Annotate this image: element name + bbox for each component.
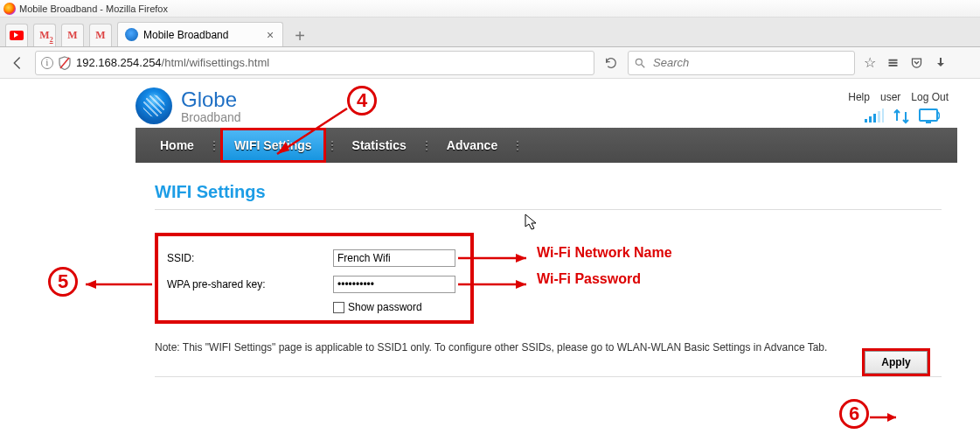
annotation-5-circle: 5 xyxy=(48,267,78,297)
svg-marker-16 xyxy=(86,280,96,289)
pinned-tab-gmail-2[interactable]: M xyxy=(61,24,84,46)
gmail-icon: M xyxy=(67,29,77,42)
nav-home[interactable]: Home xyxy=(146,128,208,163)
show-password-checkbox[interactable] xyxy=(333,302,344,313)
nav-advance-label: Advance xyxy=(447,138,497,152)
window-titlebar: Mobile Broadband - Mozilla Firefox xyxy=(0,0,980,18)
gmail-icon: M2 xyxy=(39,29,49,42)
nav-separator: ⋮ xyxy=(511,138,524,152)
svg-marker-22 xyxy=(887,413,896,422)
svg-point-1 xyxy=(636,59,642,65)
library-icon[interactable] xyxy=(886,56,900,69)
nav-wifi-settings[interactable]: WIFI Settings xyxy=(220,128,326,163)
wpa-key-label: WPA pre-shared key: xyxy=(167,278,333,290)
nav-wifi-label: WIFI Settings xyxy=(234,138,312,152)
annotation-6-arrow xyxy=(870,410,905,427)
tracking-shield-off-icon[interactable] xyxy=(59,56,71,70)
main-nav: Home ⋮ WIFI Settings ⋮ Statistics ⋮ Adva… xyxy=(136,128,957,163)
annotation-5-number: 5 xyxy=(58,270,68,293)
downloads-icon[interactable] xyxy=(934,56,948,70)
nav-separator: ⋮ xyxy=(420,138,433,152)
nav-separator: ⋮ xyxy=(326,138,338,152)
search-bar[interactable] xyxy=(628,51,855,75)
apply-button[interactable]: Apply xyxy=(865,351,928,374)
svg-rect-12 xyxy=(926,122,931,123)
user-link[interactable]: user xyxy=(880,91,900,103)
divider xyxy=(155,376,942,377)
page-viewport: Globe Broadband Help user Log Out xyxy=(0,79,980,441)
browser-toolbar: i 192.168.254.254/html/wifisettings.html… xyxy=(0,47,980,79)
svg-rect-9 xyxy=(878,111,880,122)
bookmark-star-icon[interactable]: ☆ xyxy=(864,54,876,71)
url-text: 192.168.254.254/html/wifisettings.html xyxy=(76,56,269,69)
nav-stats-label: Statistics xyxy=(352,138,407,152)
gmail-icon: M xyxy=(95,29,105,42)
wpa-key-input[interactable] xyxy=(333,276,455,293)
apply-button-label: Apply xyxy=(881,356,910,368)
brand-subtitle: Broadband xyxy=(181,110,241,124)
back-button[interactable] xyxy=(5,51,30,75)
reload-button[interactable] xyxy=(600,52,622,74)
url-path: /html/wifisettings.html xyxy=(162,56,270,69)
wifi-form-box: SSID: WPA pre-shared key: Show password xyxy=(155,233,474,324)
search-icon xyxy=(634,57,646,69)
svg-line-2 xyxy=(642,64,645,67)
tab-label: Mobile Broadband xyxy=(143,29,228,41)
brand-logo-block: Globe Broadband xyxy=(136,88,241,124)
annotation-6-number: 6 xyxy=(849,402,859,425)
annotation-6-circle: 6 xyxy=(839,399,869,429)
nav-statistics[interactable]: Statistics xyxy=(338,128,420,163)
logout-link[interactable]: Log Out xyxy=(911,91,949,103)
svg-rect-3 xyxy=(889,60,898,61)
site-info-icon[interactable]: i xyxy=(41,57,53,69)
pinned-tab-gmail-3[interactable]: M xyxy=(89,24,112,46)
svg-rect-6 xyxy=(865,119,867,122)
firefox-icon xyxy=(3,3,16,15)
new-tab-button[interactable]: + xyxy=(288,25,311,46)
note-text: Note: This "WIFI Settings" page is appli… xyxy=(155,341,957,354)
search-input[interactable] xyxy=(651,55,849,70)
tab-active[interactable]: Mobile Broadband × xyxy=(117,22,283,46)
svg-rect-10 xyxy=(882,108,884,122)
brand-name: Globe xyxy=(181,88,241,112)
url-host: 192.168.254.254 xyxy=(76,56,162,69)
svg-rect-4 xyxy=(889,62,898,64)
show-password-label: Show password xyxy=(348,301,422,313)
pocket-icon[interactable] xyxy=(910,56,923,69)
ssid-label: SSID: xyxy=(167,252,333,264)
pinned-tab-youtube[interactable] xyxy=(5,24,28,46)
window-title: Mobile Broadband - Mozilla Firefox xyxy=(19,4,168,14)
up-down-arrows-icon xyxy=(893,108,910,124)
pinned-tab-gmail-1[interactable]: M2 xyxy=(33,24,56,46)
svg-line-0 xyxy=(60,58,69,68)
nav-home-label: Home xyxy=(160,138,194,152)
svg-rect-5 xyxy=(889,65,898,66)
signal-bars-icon xyxy=(865,108,884,122)
svg-rect-8 xyxy=(873,114,876,122)
ssid-input[interactable] xyxy=(333,249,455,267)
url-bar[interactable]: i 192.168.254.254/html/wifisettings.html xyxy=(35,51,594,75)
nav-separator: ⋮ xyxy=(208,138,220,152)
tab-close-button[interactable]: × xyxy=(263,28,277,42)
top-links: Help user Log Out xyxy=(848,88,949,103)
svg-rect-11 xyxy=(920,109,937,121)
page-heading: WIFI Settings xyxy=(155,182,957,202)
svg-rect-7 xyxy=(869,116,872,122)
globe-favicon-icon xyxy=(125,28,138,41)
divider xyxy=(155,209,942,210)
nav-advance[interactable]: Advance xyxy=(433,128,511,163)
tab-strip: M2 M M Mobile Broadband × + xyxy=(0,18,980,47)
help-link[interactable]: Help xyxy=(848,91,870,103)
youtube-icon xyxy=(10,31,24,40)
globe-logo-icon xyxy=(136,88,172,124)
monitor-icon xyxy=(919,108,940,124)
